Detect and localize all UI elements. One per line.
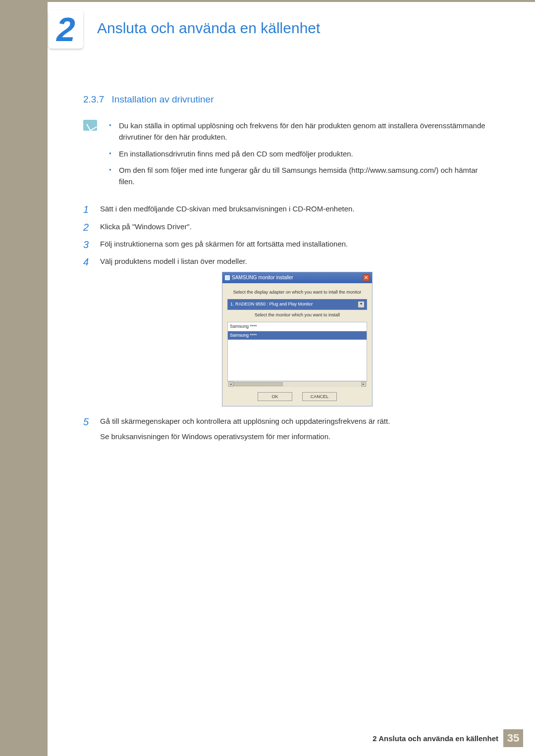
page-number: 35 bbox=[503, 729, 523, 747]
note-icon bbox=[83, 120, 97, 131]
step-number: 5 bbox=[83, 414, 89, 430]
steps-list: 1 Sätt i den medföljande CD-skivan med b… bbox=[83, 203, 494, 442]
step-number: 1 bbox=[83, 202, 89, 217]
installer-body: Select the display adapter on which you … bbox=[222, 283, 372, 406]
installer-titlebar: SAMSUNG monitor installer ✕ bbox=[222, 272, 372, 283]
dropdown-value: 1. RADEON 9550 : Plug and Play Monitor bbox=[230, 301, 313, 308]
note-item: En installationsdrivrutin finns med på d… bbox=[108, 148, 494, 159]
step-text: Välj produktens modell i listan över mod… bbox=[100, 257, 247, 265]
step-number: 3 bbox=[83, 237, 89, 252]
section-title: Installation av drivrutiner bbox=[112, 94, 214, 104]
step-text: Sätt i den medföljande CD-skivan med bru… bbox=[100, 204, 355, 213]
page-footer: 2 Ansluta och använda en källenhet 35 bbox=[48, 729, 523, 747]
installer-window: SAMSUNG monitor installer ✕ Select the d… bbox=[222, 272, 373, 406]
step-item: 4 Välj produktens modell i listan över m… bbox=[83, 255, 494, 406]
section-number: 2.3.7 bbox=[83, 94, 104, 104]
left-rail bbox=[0, 0, 48, 756]
section-heading: 2.3.7 Installation av drivrutiner bbox=[83, 94, 494, 105]
adapter-dropdown[interactable]: 1. RADEON 9550 : Plug and Play Monitor ▾ bbox=[227, 299, 367, 310]
scroll-right-icon[interactable]: ▸ bbox=[361, 382, 366, 387]
step-item: 2 Klicka på "Windows Driver". bbox=[83, 221, 494, 232]
cancel-button[interactable]: CANCEL bbox=[302, 392, 337, 401]
list-item[interactable]: Samsung **** bbox=[228, 331, 367, 340]
horizontal-scrollbar[interactable]: ◂ ▸ bbox=[227, 381, 367, 387]
scroll-left-icon[interactable]: ◂ bbox=[228, 382, 233, 387]
step-text: Gå till skärmegenskaper och kontrollera … bbox=[100, 415, 494, 443]
installer-title: SAMSUNG monitor installer bbox=[232, 274, 293, 282]
app-icon bbox=[225, 275, 230, 280]
step-text: Klicka på "Windows Driver". bbox=[100, 222, 192, 231]
close-icon[interactable]: ✕ bbox=[363, 274, 370, 281]
top-strip bbox=[48, 0, 535, 2]
step-number: 2 bbox=[83, 220, 89, 235]
note-list: Du kan ställa in optimal upplösning och … bbox=[108, 120, 494, 192]
installer-label-1: Select the display adapter on which you … bbox=[227, 289, 367, 296]
note-item: Du kan ställa in optimal upplösning och … bbox=[108, 120, 494, 143]
list-item[interactable]: Samsung **** bbox=[228, 322, 367, 331]
ok-button[interactable]: OK bbox=[258, 392, 292, 401]
note-block: Du kan ställa in optimal upplösning och … bbox=[83, 120, 494, 192]
note-item: Om den fil som följer med inte fungerar … bbox=[108, 164, 494, 188]
monitor-listbox[interactable]: Samsung **** Samsung **** bbox=[227, 322, 367, 381]
chapter-number: 2 bbox=[56, 12, 75, 46]
installer-label-2: Select the monitor which you want to ins… bbox=[227, 312, 367, 319]
chapter-badge: 2 bbox=[49, 10, 83, 49]
step-number: 4 bbox=[83, 254, 89, 270]
scroll-thumb[interactable] bbox=[233, 382, 283, 386]
content-area: 2.3.7 Installation av drivrutiner Du kan… bbox=[83, 94, 494, 448]
step-item: 3 Följ instruktionerna som ges på skärme… bbox=[83, 238, 494, 250]
step-item: 5 Gå till skärmegenskaper och kontroller… bbox=[83, 415, 494, 443]
installer-buttons: OK CANCEL bbox=[227, 392, 367, 401]
step-text-line: Se bruksanvisningen för Windows operativ… bbox=[100, 431, 494, 442]
chevron-down-icon: ▾ bbox=[358, 302, 364, 307]
step-text-line: Gå till skärmegenskaper och kontrollera … bbox=[100, 415, 494, 427]
chapter-title: Ansluta och använda en källenhet bbox=[97, 20, 320, 37]
step-item: 1 Sätt i den medföljande CD-skivan med b… bbox=[83, 203, 494, 214]
step-text: Följ instruktionerna som ges på skärmen … bbox=[100, 240, 348, 248]
footer-chapter-ref: 2 Ansluta och använda en källenhet bbox=[373, 734, 498, 743]
